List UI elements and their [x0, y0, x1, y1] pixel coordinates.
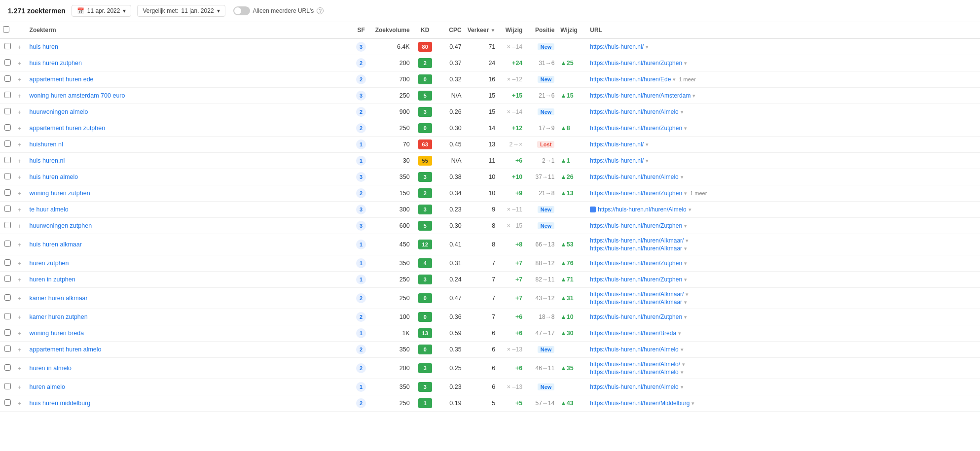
row-checkbox[interactable]	[4, 313, 11, 319]
row-checkbox[interactable]	[4, 124, 11, 131]
url-dropdown-icon[interactable]: ▾	[681, 109, 684, 115]
row-checkbox[interactable]	[4, 157, 11, 163]
keyword-link[interactable]: woning huren amsterdam 700 euro	[30, 92, 125, 99]
url-dropdown-icon[interactable]: ▾	[646, 158, 649, 164]
expand-icon[interactable]: +	[18, 365, 22, 372]
url-dropdown-icon[interactable]: ▾	[682, 361, 685, 368]
url-link[interactable]: https://huis-huren.nl/huren/Almelo	[590, 173, 678, 180]
url-link[interactable]: https://huis-huren.nl/huren/Alkmaar/	[590, 237, 684, 244]
sf-header[interactable]: SF	[350, 22, 372, 38]
date1-button[interactable]: 📅 11 apr. 2022 ▾	[72, 5, 132, 17]
expand-icon[interactable]: +	[18, 222, 22, 230]
row-checkbox[interactable]	[4, 189, 11, 196]
more-urls-link[interactable]: 1 meer	[690, 190, 707, 196]
keyword-link[interactable]: appartement huren almelo	[30, 346, 102, 353]
keyword-link[interactable]: huren almelo	[30, 383, 65, 390]
url-link[interactable]: https://huis-huren.nl/huren/Almelo	[598, 206, 686, 213]
keyword-link[interactable]: kamer huren alkmaar	[30, 295, 88, 302]
expand-icon[interactable]: +	[18, 276, 22, 283]
keyword-link[interactable]: huren in zutphen	[30, 276, 75, 283]
expand-icon[interactable]: +	[18, 60, 22, 67]
expand-icon[interactable]: +	[18, 141, 22, 148]
more-urls-link[interactable]: 1 meer	[679, 76, 695, 82]
url-dropdown-icon[interactable]: ▾	[684, 190, 687, 197]
url-dropdown-icon[interactable]: ▾	[681, 174, 684, 180]
row-checkbox[interactable]	[4, 276, 11, 282]
keyword-link[interactable]: huis huren zutphen	[30, 60, 82, 67]
expand-icon[interactable]: +	[18, 157, 22, 165]
url-dropdown-icon[interactable]: ▾	[684, 314, 687, 320]
url-link-2[interactable]: https://huis-huren.nl/huren/Almelo	[590, 369, 678, 376]
url-dropdown-icon[interactable]: ▾	[686, 291, 689, 298]
row-checkbox[interactable]	[4, 346, 11, 352]
url-dropdown-icon[interactable]: ▾	[678, 330, 681, 337]
row-checkbox[interactable]	[4, 43, 11, 49]
expand-icon[interactable]: +	[18, 383, 22, 391]
url-link[interactable]: https://huis-huren.nl/huren/Breda	[590, 330, 676, 337]
url-link[interactable]: https://huis-huren.nl/	[590, 43, 644, 50]
keyword-link[interactable]: huis huren.nl	[30, 157, 65, 164]
url-dropdown-icon[interactable]: ▾	[691, 400, 694, 407]
row-checkbox[interactable]	[4, 294, 11, 301]
row-checkbox[interactable]	[4, 364, 11, 371]
expand-icon[interactable]: +	[18, 173, 22, 181]
expand-icon[interactable]: +	[18, 330, 22, 337]
expand-icon[interactable]: +	[18, 206, 22, 213]
urls-toggle[interactable]	[233, 6, 250, 15]
url-link-2[interactable]: https://huis-huren.nl/huren/Alkmaar	[590, 245, 682, 252]
keyword-link[interactable]: huren in almelo	[30, 365, 72, 372]
cpc-header[interactable]: CPC	[437, 22, 465, 38]
row-checkbox[interactable]	[4, 108, 11, 114]
keyword-link[interactable]: huishuren nl	[30, 141, 63, 148]
keyword-link[interactable]: huis huren	[30, 43, 58, 50]
keyword-link[interactable]: huis huren alkmaar	[30, 241, 82, 248]
url-dropdown-icon[interactable]: ▾	[684, 60, 687, 67]
url-link-2[interactable]: https://huis-huren.nl/huren/Alkmaar	[590, 299, 682, 306]
url-dropdown-icon[interactable]: ▾	[684, 125, 687, 132]
url-link[interactable]: https://huis-huren.nl/huren/Zutphen	[590, 260, 682, 267]
checkbox-header[interactable]	[0, 22, 15, 38]
row-checkbox[interactable]	[4, 140, 11, 147]
url-dropdown-icon[interactable]: ▾	[684, 260, 687, 267]
select-all-checkbox[interactable]	[3, 26, 9, 33]
url-link[interactable]: https://huis-huren.nl/huren/Zutphen	[590, 276, 682, 283]
keyword-link[interactable]: huurwoningen almelo	[30, 108, 88, 115]
url-link[interactable]: https://huis-huren.nl/huren/Zutphen	[590, 125, 682, 132]
keyword-link[interactable]: kamer huren zutphen	[30, 313, 88, 320]
url-link[interactable]: https://huis-huren.nl/huren/Alkmaar/	[590, 291, 684, 298]
row-checkbox[interactable]	[4, 206, 11, 212]
url-link[interactable]: https://huis-huren.nl/huren/Almelo	[590, 383, 678, 390]
keyword-link[interactable]: woning huren zutphen	[30, 190, 90, 197]
keyword-link[interactable]: appartement huren zutphen	[30, 125, 106, 132]
traffic-header[interactable]: Verkeer ▼	[465, 22, 499, 38]
url-dropdown-icon[interactable]: ▾	[646, 44, 649, 50]
expand-icon[interactable]: +	[18, 346, 22, 353]
kd-header[interactable]: KD	[413, 22, 437, 38]
keyword-link[interactable]: huis huren almelo	[30, 173, 78, 180]
url-dropdown-icon[interactable]: ▾	[686, 238, 689, 244]
keyword-header[interactable]: Zoekterm	[27, 22, 350, 38]
row-checkbox[interactable]	[4, 173, 11, 179]
wijzig1-header[interactable]: Wijzig	[498, 22, 525, 38]
url-link[interactable]: https://huis-huren.nl/huren/Zutphen	[590, 313, 682, 320]
url-dropdown-icon[interactable]: ▾	[681, 384, 684, 390]
compare-button[interactable]: Vergelijk met: 11 jan. 2022 ▾	[137, 5, 225, 17]
url-link[interactable]: https://huis-huren.nl/	[590, 157, 644, 164]
url-link[interactable]: https://huis-huren.nl/	[590, 141, 644, 148]
url-dropdown-icon[interactable]: ▾	[673, 76, 676, 83]
url-dropdown-icon[interactable]: ▾	[689, 207, 691, 213]
keyword-link[interactable]: te huur almelo	[30, 206, 69, 213]
url-dropdown-icon[interactable]: ▾	[646, 141, 649, 148]
url-link[interactable]: https://huis-huren.nl/huren/Ede	[590, 76, 671, 83]
expand-icon[interactable]: +	[18, 76, 22, 83]
url-link[interactable]: https://huis-huren.nl/huren/Almelo/	[590, 361, 680, 368]
url-link[interactable]: https://huis-huren.nl/huren/Amsterdam	[590, 92, 690, 99]
expand-icon[interactable]: +	[18, 260, 22, 267]
expand-icon[interactable]: +	[18, 108, 22, 116]
positie-header[interactable]: Positie	[525, 22, 557, 38]
expand-icon[interactable]: +	[18, 92, 22, 100]
expand-icon[interactable]: +	[18, 313, 22, 321]
row-checkbox[interactable]	[4, 259, 11, 266]
row-checkbox[interactable]	[4, 59, 11, 66]
expand-icon[interactable]: +	[18, 125, 22, 132]
